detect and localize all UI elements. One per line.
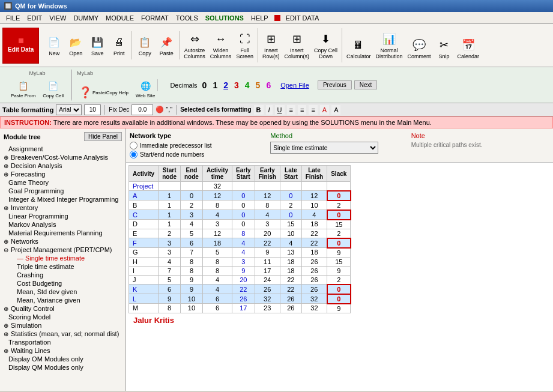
paste-button[interactable]: 📌 Paste <box>156 32 177 58</box>
network-type-title: Network type <box>130 132 268 139</box>
print-button[interactable]: 🖨 Print <box>109 32 129 58</box>
tree-item-integer[interactable]: Integer & Mixed Integer Programming <box>0 195 125 204</box>
decimals-1[interactable]: 1 <box>211 80 219 90</box>
menu-dummy[interactable]: DUMMY <box>70 13 102 23</box>
tree-subitem-mean-std[interactable]: Mean, Std dev given <box>0 288 125 296</box>
decimals-2[interactable]: 2 <box>222 80 229 90</box>
tree-subitem-triple[interactable]: Triple time estimate <box>0 262 125 271</box>
menu-module[interactable]: MODULE <box>102 13 137 23</box>
underline-button[interactable]: U <box>275 105 285 115</box>
edit-data-button[interactable]: Edit Data <box>2 28 39 64</box>
align-right-button[interactable]: ≡ <box>309 105 317 115</box>
tree-subitem-cost-budgeting[interactable]: Cost Budgeting <box>0 279 125 288</box>
insert-col-button[interactable]: ⊞ Insert Column(s) <box>282 29 311 61</box>
network-type-panel: Network type Immediate predecessor list … <box>126 128 553 163</box>
copy-button[interactable]: 📋 Copy <box>134 32 155 58</box>
menu-solutions[interactable]: SOLUTIONS <box>202 13 247 23</box>
radio-startend[interactable]: Start/end node numbers <box>130 151 268 158</box>
font-select[interactable]: Arial <box>56 104 82 115</box>
mylab-bar: MyLab 📋 Paste From 📄 Copy Cell MyLab ❓ P… <box>0 67 553 103</box>
tree-item-decision[interactable]: ⊕Decision Analysis <box>0 161 125 170</box>
table-row: I78891718269 <box>129 266 351 275</box>
bold-button[interactable]: B <box>254 105 264 115</box>
italic-button[interactable]: I <box>266 105 273 115</box>
previous-button[interactable]: Previous <box>318 80 352 89</box>
tree-item-statistics[interactable]: ⊕Statistics (mean, var, sd; normal dist) <box>0 330 125 338</box>
align-center-button[interactable]: ≡ <box>298 105 306 115</box>
method-select[interactable]: Single time estimate <box>270 142 378 154</box>
tree-item-display-qm[interactable]: Display QM Modules only <box>0 363 125 372</box>
copy-cell-button[interactable]: 📄 Copy Cell <box>40 77 66 100</box>
tree-item-scoring[interactable]: Scoring Model <box>0 313 125 321</box>
tree-item-markov[interactable]: Markov Analysis <box>0 220 125 229</box>
decimals-0[interactable]: 0 <box>201 80 208 90</box>
align-left-button[interactable]: ≡ <box>287 105 295 115</box>
tree-item-networks[interactable]: ⊕Networks <box>0 237 125 246</box>
tree-item-transportation[interactable]: Transportation <box>0 338 125 346</box>
radio-predecessor-input[interactable] <box>130 142 137 149</box>
font-size-input[interactable] <box>84 104 101 115</box>
copy-cell-down-label: Copy Cell Down <box>314 48 337 60</box>
menu-edit-data[interactable]: EDIT DATA <box>282 13 323 23</box>
save-button[interactable]: 💾 Save <box>87 32 107 58</box>
table-row: J594202422262 <box>129 275 351 285</box>
fix-dec-input[interactable] <box>131 104 153 115</box>
decimals-3[interactable]: 3 <box>233 80 240 90</box>
tree-item-material[interactable]: Material Requirements Planning <box>0 229 125 237</box>
highlight-button[interactable]: A <box>331 105 340 115</box>
tree-item-goal[interactable]: Goal Programming <box>0 187 125 195</box>
tree-subitem-crashing[interactable]: Crashing <box>0 271 125 279</box>
new-button[interactable]: 📄 New <box>44 32 64 58</box>
web-site-button[interactable]: 🌐 Web Site <box>133 77 157 100</box>
tree-item-simulation[interactable]: ⊕Simulation <box>0 321 125 330</box>
calculator-button[interactable]: 🖩 Calculator <box>345 35 373 61</box>
tree-item-inventory[interactable]: ⊕Inventory <box>0 204 125 212</box>
menu-file[interactable]: FILE <box>2 13 23 23</box>
tree-item-linear[interactable]: Linear Programming <box>0 212 125 220</box>
next-button[interactable]: Next <box>354 80 378 89</box>
tree-subitem-single[interactable]: — Single time estimate <box>0 254 125 262</box>
table-row: L9106263226320 <box>129 294 351 304</box>
tree-item-breakeven[interactable]: ⊕Breakeven/Cost-Volume Analysis <box>0 153 125 161</box>
autosize-button[interactable]: ⇔ Autosize Columns <box>182 29 207 61</box>
col-late-finish: LateFinish <box>301 166 327 182</box>
toolbar-group-clipboard: 📋 Copy 📌 Paste <box>132 31 180 59</box>
normal-dist-button[interactable]: 📊 Normal Distribution <box>373 29 404 61</box>
radio-startend-label: Start/end node numbers <box>140 151 204 158</box>
instruction-bar: INSTRUCTION: There are more results avai… <box>0 116 553 128</box>
calendar-button[interactable]: 📅 Calendar <box>456 35 482 61</box>
table-row: G3754913189 <box>129 248 351 258</box>
tree-subitem-mean-var[interactable]: Mean, Variance given <box>0 296 125 304</box>
tree-item-forecasting[interactable]: ⊕Forecasting <box>0 170 125 178</box>
tree-item-game[interactable]: Game Theory <box>0 178 125 187</box>
menu-tools[interactable]: TOOLS <box>172 13 202 23</box>
paste-copy-help-button[interactable]: ❓ Paste/Copy Help <box>77 85 131 100</box>
font-color-button[interactable]: A <box>320 105 329 115</box>
menu-help[interactable]: HELP <box>247 13 272 23</box>
decimals-5[interactable]: 5 <box>255 80 262 90</box>
menu-format[interactable]: FORMAT <box>137 13 172 23</box>
tree-item-assignment[interactable]: Assignment <box>0 145 125 153</box>
decimals-6[interactable]: 6 <box>265 80 272 90</box>
tree-item-project[interactable]: ⊖Project Management (PERT/CPM) <box>0 246 125 254</box>
open-button[interactable]: 📂 Open <box>65 32 86 58</box>
format-sep-2 <box>176 105 177 115</box>
snip-button[interactable]: ✂ Snip <box>434 35 455 61</box>
open-file-button[interactable]: Open File <box>280 82 309 89</box>
insert-row-button[interactable]: ⊞ Insert Row(s) <box>261 29 282 61</box>
fullscreen-button[interactable]: ⛶ Full Screen <box>234 29 255 61</box>
tree-item-waiting[interactable]: ⊕Waiting Lines <box>0 346 125 355</box>
new-label: New <box>49 51 59 57</box>
copy-cell-down-button[interactable]: ⬇ Copy Cell Down <box>312 29 339 61</box>
menu-edit[interactable]: EDIT <box>23 13 46 23</box>
hide-panel-button[interactable]: Hide Panel <box>84 132 122 141</box>
menu-view[interactable]: VIEW <box>46 13 70 23</box>
comment-button[interactable]: 💬 Comment <box>406 35 433 61</box>
radio-predecessor[interactable]: Immediate predecessor list <box>130 142 268 149</box>
widen-columns-button[interactable]: ↔ Widen Columns <box>208 29 234 61</box>
paste-from-button[interactable]: 📋 Paste From <box>8 77 38 100</box>
tree-item-quality[interactable]: ⊕Quality Control <box>0 304 125 313</box>
radio-startend-input[interactable] <box>130 151 137 158</box>
tree-item-display-om[interactable]: Display OM Modules only <box>0 355 125 363</box>
decimals-4[interactable]: 4 <box>244 80 251 90</box>
